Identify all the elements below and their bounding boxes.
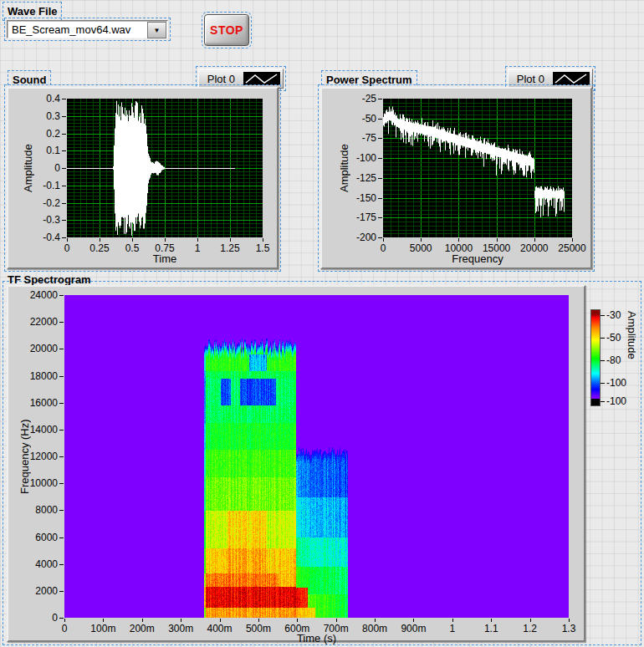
y-tick-mark <box>378 237 382 238</box>
wave-file-label: Wave File <box>5 4 59 18</box>
x-tick-mark <box>336 619 337 622</box>
y-tick-mark <box>62 116 66 117</box>
x-tick-mark <box>165 238 166 242</box>
colorbar-tick-label: -100 <box>606 395 626 407</box>
spectrogram-plot-area[interactable] <box>64 295 569 618</box>
sound-legend[interactable]: Plot 0 <box>198 69 284 89</box>
y-tick-label: 14000 <box>23 424 58 436</box>
y-tick-mark <box>62 134 66 135</box>
x-tick-label: 300m <box>161 623 201 634</box>
y-tick-label: 2000 <box>23 585 58 597</box>
y-tick-label: 0.4 <box>25 93 60 104</box>
x-tick-label: 1 <box>432 623 473 634</box>
plot-line-icon <box>553 72 590 85</box>
y-tick-mark <box>59 510 64 511</box>
y-tick-mark <box>378 158 382 159</box>
x-tick-label: 500m <box>238 623 279 634</box>
x-tick-mark <box>181 619 181 622</box>
dropdown-button[interactable]: ▼ <box>147 22 166 38</box>
sound-plot-area[interactable] <box>67 99 263 237</box>
y-tick-label: 0.2 <box>25 128 60 140</box>
y-tick-mark <box>59 456 64 457</box>
y-tick-mark <box>378 178 382 179</box>
sound-legend-label: Plot 0 <box>207 73 235 85</box>
y-tick-mark <box>59 564 64 565</box>
x-tick-mark <box>572 238 573 242</box>
y-tick-mark <box>378 217 382 218</box>
colorbar-tick-mark <box>601 338 605 339</box>
y-tick-label: 22000 <box>23 316 58 328</box>
colorbar-gradient-bar[interactable] <box>590 309 601 406</box>
y-tick-mark <box>62 168 66 169</box>
colorbar-tick-mark <box>601 315 605 316</box>
wave-file-dropdown[interactable]: BE_Scream_mov64.wav ▼ <box>7 20 168 38</box>
x-tick-label: 100m <box>83 623 123 634</box>
y-tick-label: 0.1 <box>25 145 60 156</box>
y-tick-mark <box>378 99 382 99</box>
y-tick-mark <box>62 150 66 151</box>
power-spectrum-graph-panel: Frequency Amplitude 05000100001500020000… <box>320 87 592 269</box>
y-tick-label: 24000 <box>23 289 58 301</box>
y-tick-mark <box>59 322 64 323</box>
x-tick-mark <box>100 238 100 242</box>
y-tick-mark <box>59 537 64 538</box>
colorbar-tick-label: -100 <box>606 377 626 389</box>
x-tick-mark <box>297 619 298 622</box>
colorbar-tick-label: -30 <box>606 309 621 321</box>
x-tick-label: 25000 <box>552 242 592 254</box>
power-spectrum-title: Power Spectrum <box>324 73 415 87</box>
x-tick-mark <box>421 238 422 242</box>
y-tick-mark <box>59 376 64 377</box>
x-tick-label: 400m <box>200 623 240 634</box>
x-tick-label: 0 <box>44 623 84 634</box>
spectrogram-graph-panel: Time (s) Frequency (Hz) 0100m200m300m400… <box>7 285 585 642</box>
x-tick-label: 15000 <box>477 242 517 254</box>
y-tick-mark <box>378 198 382 199</box>
x-tick-mark <box>103 619 104 622</box>
x-tick-label: 10000 <box>438 242 478 254</box>
y-tick-label: 16000 <box>23 397 58 409</box>
y-tick-mark <box>59 591 64 592</box>
y-tick-label: 18000 <box>23 370 58 382</box>
x-tick-label: 900m <box>393 623 433 634</box>
x-tick-mark <box>375 619 376 622</box>
y-tick-mark <box>62 186 66 186</box>
x-tick-mark <box>383 238 384 242</box>
power-spectrum-legend[interactable]: Plot 0 <box>508 69 593 89</box>
stop-button-label: STOP <box>210 23 243 37</box>
wave-file-value[interactable]: BE_Scream_mov64.wav <box>12 23 130 38</box>
sound-graph-panel: Time Amplitude 00.250.50.7511.251.50.40.… <box>7 87 279 269</box>
labview-front-panel: { "window": { "background": "#eaeaea", "… <box>0 0 644 647</box>
x-tick-label: 1.5 <box>243 242 283 254</box>
x-tick-mark <box>534 238 535 242</box>
y-tick-label: -125 <box>341 172 376 184</box>
x-tick-mark <box>452 619 453 622</box>
y-tick-mark <box>62 220 66 221</box>
x-tick-label: 1.1 <box>471 623 511 634</box>
y-tick-label: 6000 <box>23 532 58 543</box>
x-tick-label: 5000 <box>401 242 441 254</box>
y-tick-label: -0.3 <box>25 214 60 226</box>
sound-xaxis-title: Time <box>67 252 263 265</box>
dropdown-arrow-icon: ▼ <box>154 27 161 34</box>
y-tick-mark <box>59 295 64 296</box>
y-tick-label: 12000 <box>23 451 58 462</box>
x-tick-mark <box>197 238 198 242</box>
x-tick-mark <box>64 619 65 622</box>
x-tick-mark <box>132 238 133 242</box>
colorbar-tick-label: -50 <box>606 332 621 344</box>
y-tick-label: -50 <box>341 113 376 125</box>
x-tick-label: 0 <box>363 242 403 254</box>
stop-button[interactable]: STOP <box>204 14 249 46</box>
sound-title: Sound <box>10 73 49 87</box>
x-tick-label: 800m <box>355 623 395 634</box>
power-spectrum-plot-area[interactable] <box>383 99 572 237</box>
zigzag-line <box>555 74 586 83</box>
colorbar-tick-mark <box>601 401 605 402</box>
y-tick-label: 0 <box>23 612 58 624</box>
x-tick-mark <box>263 238 263 242</box>
zigzag-line <box>246 74 277 83</box>
y-tick-label: 8000 <box>23 504 58 516</box>
x-tick-mark <box>491 619 492 622</box>
x-tick-mark <box>569 619 570 622</box>
